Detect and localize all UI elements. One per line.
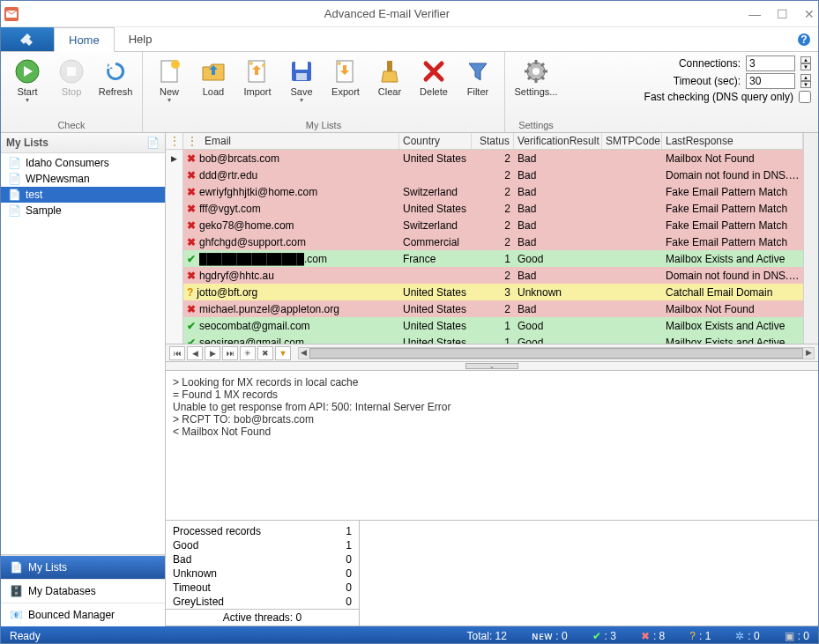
vertical-scrollbar[interactable] [803,133,818,344]
connections-spinner[interactable]: ▲▼ [800,56,811,70]
x-icon: ✖ [187,219,196,232]
delete-button[interactable]: Delete [413,55,455,99]
database-icon: 🗄️ [10,585,23,597]
group-mylists-label: My Lists [148,120,499,132]
menu-bar: Home Help ? [1,27,818,52]
status-grey: ▣: 0 [785,630,809,642]
nav-bounced[interactable]: 📧Bounced Manager [1,603,165,626]
x-icon: ✖ [187,203,196,215]
minimize-button[interactable]: — [748,7,761,21]
row-gutter: ⋮ ▶ [166,133,183,344]
table-row[interactable]: ✔██████████████.com France 1 Good Mailbo… [183,250,803,267]
svg-text:?: ? [800,33,807,46]
list-tree: 📄Idaho Consumers 📄WPNewsman 📄test 📄Sampl… [1,153,165,554]
tab-home[interactable]: Home [54,27,115,52]
table-row[interactable]: ✖hgdryf@hhtc.au 2 Bad Domain not found i… [183,267,803,284]
load-button[interactable]: Load [192,55,235,99]
import-button[interactable]: Import [236,55,279,99]
connections-label: Connections: [679,57,741,70]
refresh-button[interactable]: Refresh [94,55,137,99]
list-icon: 📄 [10,561,23,574]
status-total: Total: 12 [467,630,507,642]
title-bar: Advanced E-mail Verifier — ☐ ✕ [1,1,818,27]
timeout-label: Timeout (sec): [674,75,741,87]
document-icon: 📄 [8,157,21,169]
stat-row: Processed records1 [166,524,359,538]
list-item[interactable]: 📄test [1,187,165,203]
stats-empty [360,521,818,625]
window-title: Advanced E-mail Verifier [26,7,748,20]
svg-point-7 [171,60,180,69]
list-item[interactable]: 📄Sample [1,203,165,218]
connections-input[interactable] [746,56,795,71]
x-icon: ✖ [187,270,196,282]
check-icon: ✔ [187,320,196,332]
table-row[interactable]: ✖michael.punzel@appleton.org United Stat… [183,300,803,317]
table-row[interactable]: ✖geko78@home.com Switzerland 2 Bad Fake … [183,217,803,233]
file-menu-button[interactable] [1,27,54,51]
record-navigator: ⏮ ◀ ▶ ⏭ ✳ ✖ ▼ ◀▶ [166,344,818,362]
table-row[interactable]: ?jotto@bft.org United States 3 Unknown C… [183,284,803,300]
table-row[interactable]: ✔seosirena@gmail.com United States 1 Goo… [183,334,803,344]
nav-prev[interactable]: ◀ [187,346,203,360]
email-grid[interactable]: ⋮Email Country Status VerificationResult… [183,133,803,344]
table-row[interactable]: ✖ewriyfghhjtki@home.com Switzerland 2 Ba… [183,183,803,200]
new-list-icon[interactable]: 📄 [146,137,160,149]
document-icon: 📄 [8,173,21,185]
gutter-header-icon[interactable]: ⋮ [166,133,182,150]
status-good: ✔: 3 [592,630,616,642]
x-icon: ✖ [187,186,196,198]
list-item[interactable]: 📄Idaho Consumers [1,155,165,171]
document-icon: 📄 [8,204,21,217]
x-icon: ✖ [187,169,196,181]
nav-mylists[interactable]: 📄My Lists [1,555,165,579]
nav-new[interactable]: ✳ [240,346,256,360]
svg-point-9 [249,62,253,65]
svg-point-15 [338,62,341,65]
nav-first[interactable]: ⏮ [169,346,185,360]
sidebar-title: My Lists [6,137,48,149]
list-item[interactable]: 📄WPNewsman [1,171,165,187]
bounce-icon: 📧 [10,609,23,621]
splitter[interactable]: ⌄ [166,362,818,371]
grid-header[interactable]: ⋮Email Country Status VerificationResult… [183,133,803,150]
nav-filter[interactable]: ▼ [275,346,291,360]
x-icon: ✖ [187,303,196,315]
tab-help[interactable]: Help [115,27,167,51]
maximize-button[interactable]: ☐ [777,7,788,21]
stat-row: GreyListed0 [166,595,359,609]
stat-row: Good1 [166,538,359,552]
check-icon: ✔ [187,253,196,265]
table-row[interactable]: ✖fff@vgyt.com United States 2 Bad Fake E… [183,200,803,217]
settings-button[interactable]: Settings... [510,55,562,99]
horizontal-scrollbar[interactable]: ◀▶ [298,347,815,359]
table-row[interactable]: ✖bob@brcats.com United States 2 Bad Mail… [183,150,803,167]
clear-button[interactable]: Clear [369,55,411,99]
new-button[interactable]: New▾ [148,55,190,106]
export-button[interactable]: Export [324,55,367,99]
fastcheck-checkbox[interactable] [799,91,811,103]
table-row[interactable]: ✖ghfchgd@support.com Commercial 2 Bad Fa… [183,233,803,250]
nav-last[interactable]: ⏭ [222,346,238,360]
status-bar: Ready Total: 12 ɴᴇᴡ : 0 ✔: 3 ✖: 8 ?: 1 ✲… [1,626,818,644]
filter-button[interactable]: Filter [457,55,499,99]
help-icon[interactable]: ? [797,27,811,51]
nav-mydatabases[interactable]: 🗄️My Databases [1,579,165,603]
table-row[interactable]: ✔seocombat@gmail.com United States 1 Goo… [183,317,803,334]
stop-button[interactable]: Stop [50,55,93,99]
svg-rect-13 [296,73,307,80]
log-panel: > Looking for MX records in local cache … [166,371,818,521]
active-threads: Active threads: 0 [166,609,359,624]
nav-next[interactable]: ▶ [205,346,220,360]
x-icon: ✖ [187,236,196,248]
stat-row: Unknown0 [166,566,359,581]
nav-del[interactable]: ✖ [257,346,273,360]
timeout-input[interactable] [746,73,795,89]
x-icon: ✖ [187,152,196,165]
save-button[interactable]: Save▾ [280,55,323,106]
table-row[interactable]: ✖ddd@rtr.edu 2 Bad Domain not found in D… [183,167,803,183]
close-button[interactable]: ✕ [804,7,815,21]
start-button[interactable]: Start▾ [6,55,48,106]
timeout-spinner[interactable]: ▲▼ [800,74,811,88]
svg-rect-12 [295,62,308,70]
